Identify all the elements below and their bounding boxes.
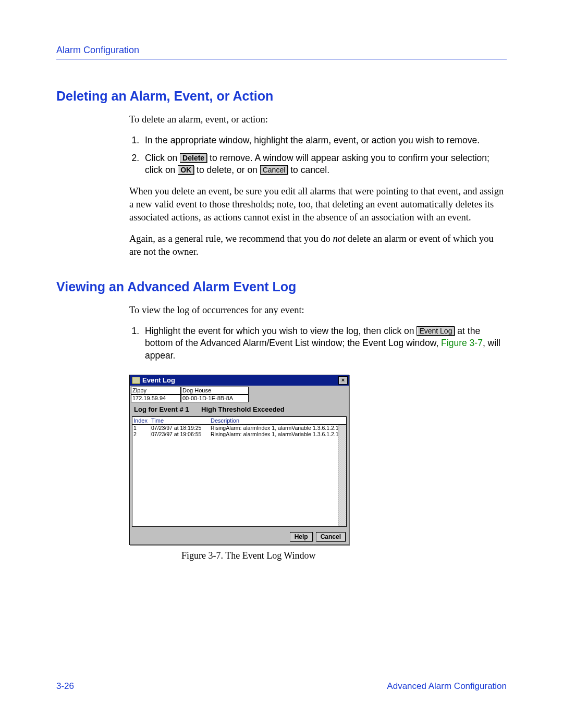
log-table: Index Time Description 1 07/23/97 at 18:… (132, 416, 347, 527)
table-row: 2 07/23/97 at 19:06:55 RisingAlarm: alar… (132, 431, 346, 437)
col-time: Time (151, 417, 211, 424)
section-heading-deleting: Deleting an Alarm, Event, or Action (56, 89, 507, 104)
view-step-1: Highlight the event for which you wish t… (142, 325, 507, 362)
event-log-window: Event Log × Zippy Dog House 172.19.59.94… (129, 375, 349, 545)
log-for-label: Log for Event # 1 (134, 405, 189, 413)
row1-index: 1 (133, 425, 151, 431)
figure-reference: Figure 3-7 (441, 338, 483, 348)
col-index: Index (133, 417, 151, 424)
device-location: Dog House (181, 387, 249, 394)
ok-button[interactable]: OK (178, 165, 194, 175)
step2-text-a: Click on (145, 153, 180, 163)
figure-caption: Figure 3-7. The Event Log Window (129, 550, 507, 561)
delete-button[interactable]: Delete (180, 153, 207, 163)
paragraph-owner-note: Again, as a general rule, we recommend t… (129, 232, 507, 258)
p3a: Again, as a general rule, we recommend t… (129, 233, 333, 244)
help-button[interactable]: Help (290, 532, 313, 541)
row1-time: 07/23/97 at 18:19:25 (151, 425, 211, 431)
info-grid: Zippy Dog House 172.19.59.94 00-00-1D-1E… (131, 387, 348, 402)
not-emphasis: not (333, 233, 345, 244)
intro-text-2: To view the log of occurrences for any e… (129, 304, 507, 317)
step2-text-d: to cancel. (290, 165, 329, 175)
section-heading-viewing: Viewing an Advanced Alarm Event Log (56, 279, 507, 294)
paragraph-delete-note: When you delete an event, be sure you ed… (129, 185, 507, 224)
vs1a: Highlight the event for which you wish t… (145, 326, 417, 336)
step-2: Click on Delete to remove. A window will… (142, 152, 507, 177)
page-number: 3-26 (56, 681, 74, 692)
intro-text: To delete an alarm, event, or action: (129, 113, 507, 126)
running-header: Alarm Configuration (56, 45, 507, 59)
cancel-button[interactable]: Cancel (260, 165, 288, 175)
close-icon[interactable]: × (338, 376, 348, 385)
window-icon (132, 377, 140, 384)
device-name: Zippy (131, 387, 181, 394)
row2-time: 07/23/97 at 19:06:55 (151, 431, 211, 437)
footer-section: Advanced Alarm Configuration (387, 681, 507, 692)
device-mac: 00-00-1D-1E-8B-8A (181, 394, 249, 402)
table-row: 1 07/23/97 at 18:19:25 RisingAlarm: alar… (132, 425, 346, 431)
step-1: In the appropriate window, highlight the… (142, 134, 507, 147)
log-title: Log for Event # 1 High Threshold Exceede… (130, 403, 349, 416)
scrollbar[interactable] (338, 425, 346, 526)
row2-index: 2 (133, 431, 151, 437)
window-title: Event Log (142, 376, 175, 384)
row1-desc: RisingAlarm: alarmIndex 1, alarmVariable… (211, 425, 347, 431)
cancel-button[interactable]: Cancel (316, 532, 346, 541)
row2-desc: RisingAlarm: alarmIndex 1, alarmVariable… (211, 431, 347, 437)
step2-text-c: to delete, or on (197, 165, 260, 175)
threshold-label: High Threshold Exceeded (201, 405, 285, 413)
titlebar[interactable]: Event Log × (130, 375, 349, 386)
event-log-button[interactable]: Event Log (417, 326, 455, 336)
col-description: Description (211, 417, 345, 424)
device-ip: 172.19.59.94 (131, 394, 181, 402)
